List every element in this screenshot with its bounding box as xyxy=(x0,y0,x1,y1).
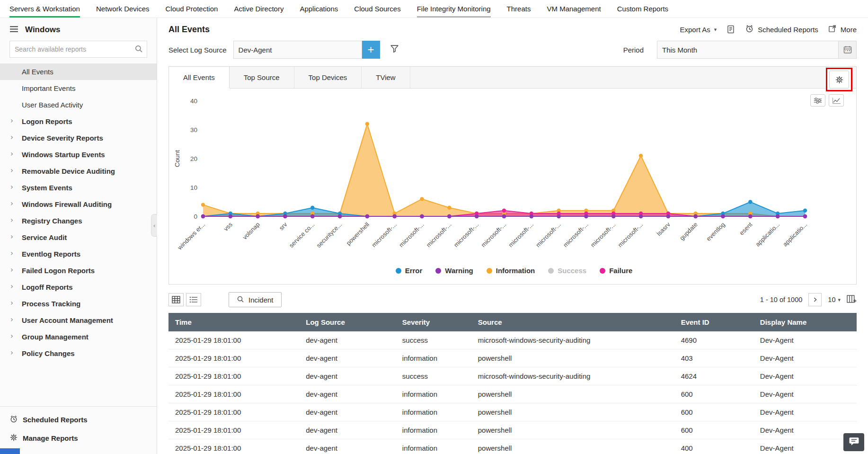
table-row[interactable]: 2025-01-29 18:01:00dev-agentsuccessmicro… xyxy=(168,331,857,349)
svg-text:20: 20 xyxy=(190,155,197,162)
sidebar-item[interactable]: ›Process Tracking xyxy=(0,295,157,312)
table-cell: dev-agent xyxy=(299,367,396,385)
top-nav-item[interactable]: Cloud Protection xyxy=(165,0,218,18)
svg-text:windows er...: windows er... xyxy=(176,221,206,251)
table-row[interactable]: 2025-01-29 18:01:00dev-agentinformationp… xyxy=(168,439,857,454)
top-nav-item[interactable]: Custom Reports xyxy=(617,0,668,18)
sidebar-item[interactable]: ›Service Audit xyxy=(0,229,157,246)
report-tab[interactable]: Top Source xyxy=(230,67,294,88)
top-nav-item[interactable]: Threats xyxy=(507,0,531,18)
legend-label: Information xyxy=(496,267,535,275)
sidebar-item[interactable]: All Events xyxy=(0,63,157,80)
sidebar-item[interactable]: ›Eventlog Reports xyxy=(0,246,157,262)
settings-gear-button[interactable] xyxy=(829,71,849,89)
sidebar-item[interactable]: ›Windows Startup Events xyxy=(0,146,157,163)
table-row[interactable]: 2025-01-29 18:01:00dev-agentinformationp… xyxy=(168,385,857,403)
chart-type-button[interactable] xyxy=(829,94,844,107)
calendar-button[interactable] xyxy=(838,41,856,58)
top-nav-item[interactable]: Cloud Sources xyxy=(354,0,400,18)
grid-view-button[interactable] xyxy=(168,293,184,306)
sidebar-item[interactable]: ›Logoff Reports xyxy=(0,279,157,295)
column-settings-button[interactable] xyxy=(847,295,857,304)
table-cell: information xyxy=(396,385,471,403)
sidebar-footer-label: Manage Reports xyxy=(23,434,78,442)
legend-dot xyxy=(548,268,554,274)
search-icon[interactable] xyxy=(134,45,143,55)
bottom-left-accent xyxy=(0,448,20,454)
hamburger-icon[interactable] xyxy=(9,26,18,35)
top-nav-item[interactable]: VM Management xyxy=(547,0,601,18)
export-as-button[interactable]: Export As ▾ xyxy=(680,26,717,34)
sidebar-footer-item[interactable]: Scheduled Reports xyxy=(0,410,157,429)
incident-button[interactable]: Incident xyxy=(229,292,282,307)
search-input[interactable] xyxy=(9,41,147,58)
table-cell: Dev-Agent xyxy=(753,385,857,403)
top-nav-item[interactable]: Servers & Workstation xyxy=(9,0,80,18)
sidebar-item[interactable]: User Based Activity xyxy=(0,97,157,113)
export-report-icon[interactable] xyxy=(726,25,735,34)
sidebar-item[interactable]: ›Windows Firewall Auditing xyxy=(0,196,157,213)
scheduled-reports-button[interactable]: Scheduled Reports xyxy=(745,24,818,35)
sidebar-item[interactable]: ›Device Severity Reports xyxy=(0,130,157,146)
report-tab[interactable]: Top Devices xyxy=(294,67,362,88)
top-nav: Servers & WorkstationNetwork DevicesClou… xyxy=(0,0,868,18)
chat-button[interactable] xyxy=(843,433,864,451)
sidebar-collapse-handle[interactable]: ‹ xyxy=(151,214,157,237)
plus-icon: + xyxy=(368,43,374,56)
table-cell: 2025-01-29 18:01:00 xyxy=(168,403,299,421)
report-tab[interactable]: TView xyxy=(362,67,410,88)
legend-item[interactable]: Failure xyxy=(600,267,632,275)
table-column-header[interactable]: Display Name xyxy=(753,313,857,331)
sidebar-footer-item[interactable]: Manage Reports xyxy=(0,429,157,447)
table-cell: powershell xyxy=(471,421,674,439)
sidebar-item-label: Eventlog Reports xyxy=(22,250,80,258)
top-nav-item[interactable]: Active Directory xyxy=(234,0,283,18)
top-nav-item-label: File Integrity Monitoring xyxy=(417,5,491,13)
period-input[interactable] xyxy=(657,41,857,59)
next-page-button[interactable] xyxy=(808,293,822,306)
sidebar-item[interactable]: ›Logon Reports xyxy=(0,113,157,130)
top-nav-item[interactable]: Applications xyxy=(300,0,338,18)
report-tab[interactable]: All Events xyxy=(169,67,230,88)
page-size-select[interactable]: 10 ▾ xyxy=(828,296,841,303)
table-column-header[interactable]: Log Source xyxy=(299,313,396,331)
sidebar-item[interactable]: ›Removable Device Auditing xyxy=(0,163,157,179)
legend-dot xyxy=(435,268,441,274)
sidebar-item[interactable]: ›System Events xyxy=(0,179,157,196)
sidebar-item[interactable]: ›User Account Management xyxy=(0,312,157,329)
table-column-header[interactable]: Event ID xyxy=(674,313,753,331)
filter-row: Select Log Source + Period xyxy=(165,39,860,66)
top-nav-item[interactable]: File Integrity Monitoring xyxy=(417,0,491,18)
sidebar-item[interactable]: ›Failed Logon Reports xyxy=(0,262,157,279)
sidebar-item-label: Service Audit xyxy=(22,233,67,241)
top-nav-item-label: Cloud Protection xyxy=(165,5,218,13)
table-column-header[interactable]: Time xyxy=(168,313,299,331)
table-row[interactable]: 2025-01-29 18:01:00dev-agentinformationp… xyxy=(168,349,857,367)
table-row[interactable]: 2025-01-29 18:01:00dev-agentsuccessmicro… xyxy=(168,367,857,385)
top-nav-item[interactable]: Network Devices xyxy=(96,0,150,18)
add-log-source-button[interactable]: + xyxy=(362,41,380,59)
more-button[interactable]: More xyxy=(828,24,857,35)
sidebar-item[interactable]: ›Group Management xyxy=(0,329,157,345)
legend-item[interactable]: Error xyxy=(396,267,423,275)
table-column-header[interactable]: Source xyxy=(471,313,674,331)
sidebar-item[interactable]: Important Events xyxy=(0,80,157,97)
sidebar-item[interactable]: ›Policy Changes xyxy=(0,345,157,362)
table-row[interactable]: 2025-01-29 18:01:00dev-agentinformationp… xyxy=(168,403,857,421)
table-cell: 2025-01-29 18:01:00 xyxy=(168,349,299,367)
svg-text:powershell: powershell xyxy=(345,221,371,247)
chart-settings-button[interactable] xyxy=(810,94,825,107)
legend-label: Warning xyxy=(445,267,473,275)
sidebar-item[interactable]: ›Registry Changes xyxy=(0,213,157,229)
table-cell: dev-agent xyxy=(299,331,396,349)
table-column-header[interactable]: Severity xyxy=(396,313,471,331)
list-view-button[interactable] xyxy=(186,293,201,306)
incident-icon xyxy=(237,295,244,304)
chevron-right-icon: › xyxy=(10,216,13,224)
legend-item[interactable]: Warning xyxy=(435,267,473,275)
log-source-input[interactable] xyxy=(233,41,362,59)
legend-item[interactable]: Information xyxy=(487,267,535,275)
filter-funnel-button[interactable] xyxy=(390,44,399,55)
legend-item[interactable]: Success xyxy=(548,267,586,275)
table-row[interactable]: 2025-01-29 18:01:00dev-agentinformationp… xyxy=(168,421,857,439)
